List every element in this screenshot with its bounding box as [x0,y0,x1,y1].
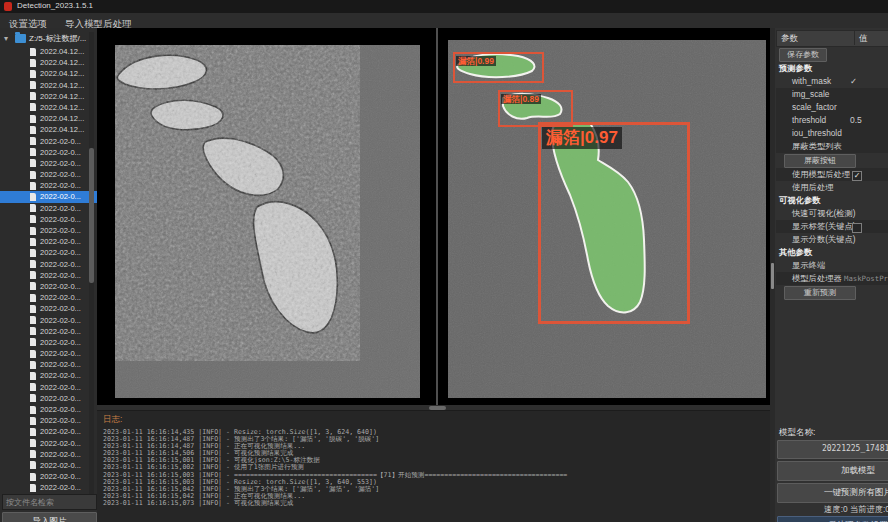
file-icon [30,126,36,134]
list-item[interactable]: 2022-02-0... [0,236,97,247]
param-label: scale_factor [776,101,837,114]
list-item[interactable]: 2022.04.12... [0,46,97,57]
param-row: img_scale [776,88,888,101]
list-item[interactable]: 2022-02-0... [0,281,97,292]
file-name: 2022.04.12... [40,102,84,113]
prediction-image[interactable]: 漏箔|0.99漏箔|0.89漏箔|0.97 [448,40,766,398]
list-item[interactable]: 2022-02-0... [0,382,97,393]
param-value[interactable]: ✓ [852,171,862,181]
list-item[interactable]: 2022.04.12... [0,124,97,135]
file-name: 2022-02-0... [40,337,81,348]
list-item[interactable]: 2022.04.12... [0,57,97,68]
file-icon [30,271,36,279]
list-item[interactable]: 2022-02-0... [0,158,97,169]
param-value[interactable] [852,223,862,233]
list-item[interactable]: 2022-02-0... [0,180,97,191]
model-name-field[interactable]: 20221225_174813 [777,440,888,459]
detection-box[interactable]: 漏箔|0.99 [453,52,544,83]
original-image[interactable] [115,45,420,398]
postprocess-settings-button[interactable]: 后处理参数设置 [777,516,888,522]
title-bar: Detection_2023.1.5.1 [0,0,888,13]
list-item[interactable]: 2022-02-0... [0,270,97,281]
list-item[interactable]: 2022-02-0... [0,259,97,270]
file-icon [30,338,36,346]
param-label: 其他参数 [776,247,812,257]
list-item[interactable]: 2022-02-0... [0,203,97,214]
param-row: 预测参数 [776,62,888,75]
tree-root[interactable]: ▾ Z:/5-标注数据/... [0,32,97,45]
detection-label: 漏箔|0.97 [542,127,622,149]
list-item[interactable]: 2022.04.12... [0,91,97,102]
file-name: 2022-02-0... [40,292,81,303]
splitter-handle[interactable] [429,406,446,410]
param-row: 可视化参数 [776,194,888,207]
list-item[interactable]: 2022-02-0... [0,147,97,158]
file-icon [30,260,36,268]
list-item[interactable]: 2022-02-0... [0,247,97,258]
app-icon [4,2,12,11]
list-item[interactable]: 2022-02-0... [0,415,97,426]
list-item[interactable]: 2022-02-0... [0,449,97,460]
list-item[interactable]: 2022-02-0... [0,438,97,449]
list-item[interactable]: 2022-02-0... [0,326,97,337]
param-label: 显示分数(关键点) [776,233,856,246]
log-panel[interactable]: 日志: 2023-01-11 16:16:14,435 |INFO| - Res… [97,410,770,522]
scrollbar-thumb[interactable] [89,148,94,283]
list-item[interactable]: 2022-02-0... [0,315,97,326]
file-name: 2022.04.12... [40,46,84,57]
file-icon [30,227,36,235]
file-name: 2022-02-0... [40,247,81,258]
file-icon [30,406,36,414]
list-item[interactable]: 2022-02-0... [0,370,97,381]
list-item[interactable]: 2022.04.12... [0,102,97,113]
param-row: 屏蔽类型列表 [776,140,888,153]
list-item[interactable]: 2022-02-0... [0,303,97,314]
detection-box[interactable]: 漏箔|0.97 [538,122,690,324]
param-value[interactable]: ✓ [850,75,857,88]
file-name: 2022-02-0... [40,326,81,337]
tree-scrollbar[interactable] [89,32,94,494]
param-value[interactable]: 0.5 [850,114,862,127]
file-icon [30,70,36,78]
list-item[interactable]: 2022.04.12... [0,80,97,91]
file-icon [30,316,36,324]
list-item[interactable]: 2022-02-0... [0,426,97,437]
predict-all-button[interactable]: 一键预测所有图片 [777,483,888,503]
list-item[interactable]: 2022.04.12... [0,68,97,79]
pane-splitter[interactable] [436,28,438,405]
list-item[interactable]: 2022-02-0... [0,292,97,303]
list-item[interactable]: 2022.04.12... [0,113,97,124]
param-value[interactable]: MaskPostPro [844,272,888,285]
list-item[interactable]: 2022-02-0... [0,482,97,493]
list-item[interactable]: 2022-02-0... [0,214,97,225]
splitter-handle[interactable] [771,263,774,289]
list-item[interactable]: 2022-02-0... [0,225,97,236]
file-icon [30,92,36,100]
list-item[interactable]: 2022-02-0... [0,191,97,202]
param-label: 预测参数 [776,63,812,73]
file-icon [30,428,36,436]
file-icon [30,439,36,447]
search-input[interactable] [2,494,97,510]
param-row: 快速可视化(检测) [776,207,888,220]
file-icon [30,182,36,190]
detection-label: 漏箔|0.99 [456,56,496,66]
file-name: 2022-02-0... [40,270,81,281]
list-item[interactable]: 2022-02-0... [0,460,97,471]
list-item[interactable]: 2022-02-0... [0,404,97,415]
load-model-button[interactable]: 加载模型 [777,461,888,481]
list-item[interactable]: 2022-02-0... [0,359,97,370]
file-icon [30,372,36,380]
list-item[interactable]: 2022-02-0... [0,393,97,404]
list-item[interactable]: 2022-02-0... [0,348,97,359]
file-icon [30,473,36,481]
list-item[interactable]: 2022-02-0... [0,169,97,180]
param-row: 显示终端 [776,259,888,272]
param-row: 保存参数 [776,47,888,62]
list-item[interactable]: 2022-02-0... [0,337,97,348]
list-item[interactable]: 2022-02-0... [0,136,97,147]
window-title: Detection_2023.1.5.1 [17,1,93,10]
params-table-header: 参数 值 [776,30,888,47]
import-images-button[interactable]: 导入图片 [2,512,97,522]
list-item[interactable]: 2022-02-0... [0,471,97,482]
